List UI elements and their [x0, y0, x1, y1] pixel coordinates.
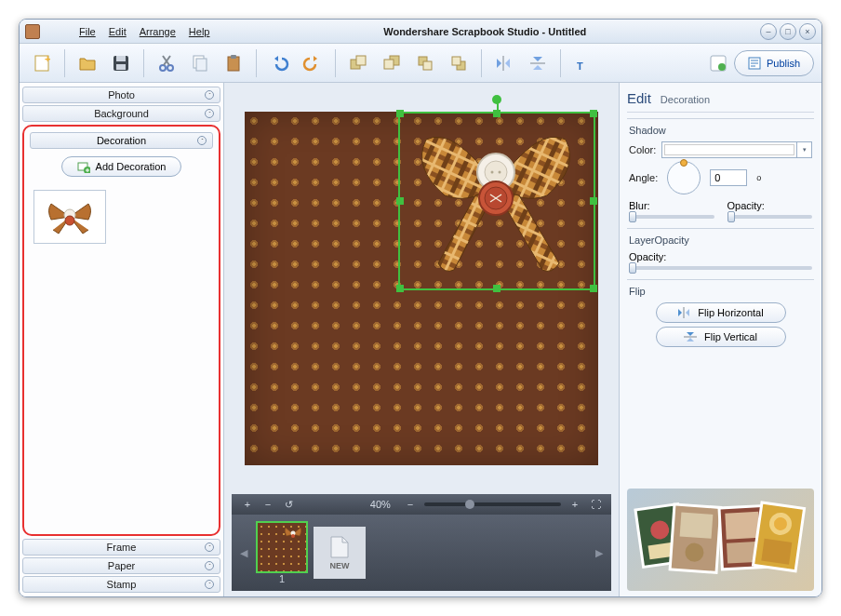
menu-file[interactable]: File [79, 26, 96, 37]
canvas-area[interactable] [224, 83, 619, 494]
separator [64, 49, 65, 77]
accordion-label: Decoration [97, 135, 146, 146]
layer-opacity-group: LayerOpacity Opacity: [627, 228, 814, 274]
page-prev-button[interactable]: ◀ [237, 534, 250, 571]
redo-button[interactable] [298, 48, 327, 78]
svg-rect-12 [356, 56, 366, 65]
copy-button[interactable] [185, 48, 215, 78]
zoom-in-button[interactable]: + [241, 498, 254, 511]
svg-rect-52 [761, 539, 792, 565]
zoom-slider-thumb[interactable] [465, 500, 474, 509]
new-page-button[interactable]: + [27, 48, 57, 78]
flip-group-title: Flip [629, 286, 812, 297]
paste-button[interactable] [219, 48, 248, 78]
menu-edit[interactable]: Edit [109, 26, 127, 37]
accordion-label: Photo [108, 89, 135, 100]
blur-slider[interactable] [629, 215, 714, 219]
angle-input[interactable] [710, 169, 747, 186]
window-controls: – □ × [760, 23, 816, 40]
zoom-plus-button[interactable]: + [568, 498, 581, 511]
shadow-opacity-slider[interactable] [728, 215, 813, 219]
flip-group: Flip Flip Horizontal Flip Vertical [627, 279, 814, 355]
angle-dial[interactable] [667, 161, 701, 194]
layer-opacity-label: Opacity: [629, 251, 666, 262]
accordion-label: Frame [107, 542, 137, 553]
close-button[interactable]: × [799, 23, 816, 40]
shadow-color-combo[interactable]: ▾ [661, 141, 812, 158]
slider-thumb[interactable] [629, 262, 636, 274]
bring-forward-button[interactable] [410, 48, 440, 78]
resize-handle-mr[interactable] [590, 197, 597, 205]
decoration-thumb-bow[interactable] [33, 190, 106, 244]
svg-point-21 [718, 63, 726, 71]
zoom-out-button[interactable]: − [261, 498, 274, 511]
zoom-minus-button[interactable]: − [404, 498, 417, 511]
new-page-icon [329, 535, 350, 559]
resize-handle-bm[interactable] [493, 285, 501, 292]
menu-bar: File Edit Arrange Help [79, 26, 209, 37]
accordion-background[interactable]: Background ˄ [22, 105, 220, 122]
scrapbook-canvas[interactable] [245, 112, 598, 465]
zoom-slider[interactable] [424, 502, 561, 506]
chevron-down-icon: ˅ [205, 561, 214, 570]
accordion-frame[interactable]: Frame ˅ [22, 539, 220, 556]
svg-rect-16 [423, 61, 432, 70]
flip-horizontal-button[interactable]: Flip Horizontal [656, 302, 786, 323]
menu-arrange[interactable]: Arrange [140, 26, 176, 37]
resize-handle-br[interactable] [590, 285, 597, 292]
templates-preview-image [627, 489, 814, 591]
chevron-up-icon: ˄ [205, 90, 214, 100]
slider-thumb[interactable] [629, 211, 636, 222]
undo-button[interactable] [264, 48, 294, 78]
svg-point-39 [291, 534, 295, 538]
resize-handle-tl[interactable] [396, 110, 404, 117]
titlebar: File Edit Arrange Help Wondershare Scrap… [20, 20, 821, 44]
resize-handle-bl[interactable] [396, 285, 404, 292]
zoom-reset-button[interactable]: ↺ [282, 498, 295, 511]
accordion-paper[interactable]: Paper ˅ [22, 557, 220, 574]
export-button[interactable] [706, 48, 730, 78]
rotate-handle[interactable] [492, 95, 501, 104]
flip-vertical-button[interactable]: Flip Vertical [656, 327, 786, 347]
fit-button[interactable]: ⛶ [589, 498, 602, 511]
separator [256, 49, 257, 77]
maximize-button[interactable]: □ [780, 23, 796, 40]
svg-text:T: T [577, 60, 583, 72]
layer-opacity-slider[interactable] [629, 266, 812, 270]
angle-label: Angle: [629, 172, 658, 183]
accordion-stamp[interactable]: Stamp ˅ [22, 576, 220, 593]
left-panel: Photo ˄ Background ˄ Decoration ˅ Add De… [20, 83, 224, 596]
send-backward-button[interactable] [444, 48, 474, 78]
zoom-bar: + − ↺ 40% − + ⛶ [232, 494, 611, 515]
resize-handle-tr[interactable] [590, 110, 597, 117]
open-button[interactable] [73, 48, 102, 78]
resize-handle-tm[interactable] [493, 110, 501, 117]
svg-rect-44 [679, 513, 713, 539]
cut-button[interactable] [152, 48, 181, 78]
flip-horizontal-icon-button[interactable] [489, 48, 519, 78]
flip-vertical-icon-button[interactable] [523, 48, 553, 78]
page-next-button[interactable]: ▶ [593, 534, 606, 571]
bring-front-button[interactable] [343, 48, 373, 78]
save-button[interactable] [106, 48, 136, 78]
slider-thumb[interactable] [728, 211, 735, 222]
page-new-button[interactable]: NEW [314, 527, 366, 579]
selection-box[interactable] [398, 112, 595, 290]
svg-rect-9 [228, 57, 239, 71]
svg-point-26 [65, 216, 74, 225]
text-button[interactable]: T [568, 48, 598, 78]
minimize-button[interactable]: – [760, 23, 777, 40]
accordion-decoration[interactable]: Decoration ˅ [30, 132, 213, 149]
send-back-button[interactable] [377, 48, 407, 78]
edit-subtitle: Decoration [661, 94, 710, 105]
shadow-group: Shadow Color: ▾ Angle: o Blur: [627, 118, 814, 222]
flip-horizontal-label: Flip Horizontal [698, 307, 763, 318]
resize-handle-ml[interactable] [396, 197, 404, 205]
menu-help[interactable]: Help [189, 26, 210, 37]
add-decoration-button[interactable]: Add Decoration [61, 156, 182, 177]
accordion-photo[interactable]: Photo ˄ [22, 87, 220, 103]
color-swatch [664, 144, 794, 155]
separator [335, 49, 336, 77]
publish-button[interactable]: Publish [734, 50, 814, 76]
page-thumb-1[interactable] [256, 521, 308, 573]
